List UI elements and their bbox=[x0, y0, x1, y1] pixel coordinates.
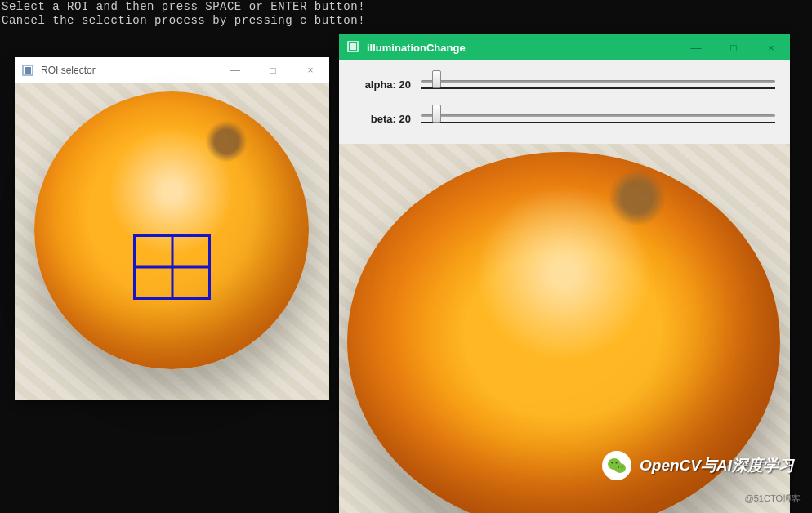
svg-rect-1 bbox=[25, 67, 31, 74]
svg-rect-3 bbox=[350, 43, 356, 50]
maximize-icon: □ bbox=[270, 65, 275, 76]
beta-slider[interactable] bbox=[417, 106, 779, 131]
beta-label: beta: 20 bbox=[350, 113, 417, 125]
roi-image-area[interactable] bbox=[15, 83, 329, 400]
alpha-slider-thumb[interactable] bbox=[432, 70, 441, 88]
svg-point-9 bbox=[622, 466, 623, 468]
roi-title: ROI selector bbox=[41, 65, 216, 76]
app-icon bbox=[347, 41, 360, 54]
wechat-text: OpenCV与AI深度学习 bbox=[640, 455, 794, 476]
trackbar-panel: alpha: 20 beta: 20 bbox=[339, 60, 790, 144]
close-icon: × bbox=[307, 65, 313, 76]
maximize-button[interactable]: □ bbox=[715, 34, 752, 60]
alpha-label: alpha: 20 bbox=[350, 78, 417, 91]
slider-track bbox=[421, 80, 775, 83]
roi-selection-box[interactable] bbox=[133, 234, 211, 300]
wechat-icon bbox=[602, 451, 631, 480]
maximize-button[interactable]: □ bbox=[254, 57, 292, 83]
roi-titlebar[interactable]: ROI selector — □ × bbox=[15, 57, 329, 83]
wechat-watermark: OpenCV与AI深度学习 bbox=[602, 451, 794, 480]
illumination-change-window: illuminationChange — □ × alpha: 20 beta:… bbox=[339, 34, 790, 513]
slider-baseline bbox=[421, 87, 775, 89]
slider-track bbox=[421, 114, 775, 117]
close-button[interactable]: × bbox=[292, 57, 329, 83]
slider-baseline bbox=[421, 122, 775, 123]
minimize-button[interactable]: — bbox=[216, 57, 254, 83]
close-icon: × bbox=[768, 42, 774, 54]
svg-point-5 bbox=[614, 463, 626, 473]
app-icon bbox=[21, 64, 34, 77]
corner-watermark: @51CTO博客 bbox=[745, 493, 801, 505]
maximize-icon: □ bbox=[730, 42, 737, 54]
svg-point-8 bbox=[618, 466, 619, 468]
roi-orange-image bbox=[34, 91, 309, 369]
console-line-1: Select a ROI and then press SPACE or ENT… bbox=[2, 0, 365, 13]
illum-titlebar[interactable]: illuminationChange — □ × bbox=[339, 34, 790, 60]
console-output: Select a ROI and then press SPACE or ENT… bbox=[2, 0, 365, 28]
alpha-slider[interactable] bbox=[417, 72, 779, 96]
beta-slider-thumb[interactable] bbox=[432, 105, 441, 123]
close-button[interactable]: × bbox=[752, 34, 790, 60]
beta-trackbar-row: beta: 20 bbox=[350, 101, 779, 136]
illum-title: illuminationChange bbox=[367, 42, 677, 54]
minimize-button[interactable]: — bbox=[677, 34, 715, 60]
console-line-2: Cancel the selection process by pressing… bbox=[2, 14, 365, 27]
svg-point-6 bbox=[611, 462, 613, 463]
alpha-trackbar-row: alpha: 20 bbox=[350, 67, 779, 101]
roi-selector-window: ROI selector — □ × bbox=[15, 57, 329, 400]
minimize-icon: — bbox=[230, 65, 240, 76]
minimize-icon: — bbox=[691, 42, 702, 54]
svg-point-7 bbox=[615, 462, 617, 463]
